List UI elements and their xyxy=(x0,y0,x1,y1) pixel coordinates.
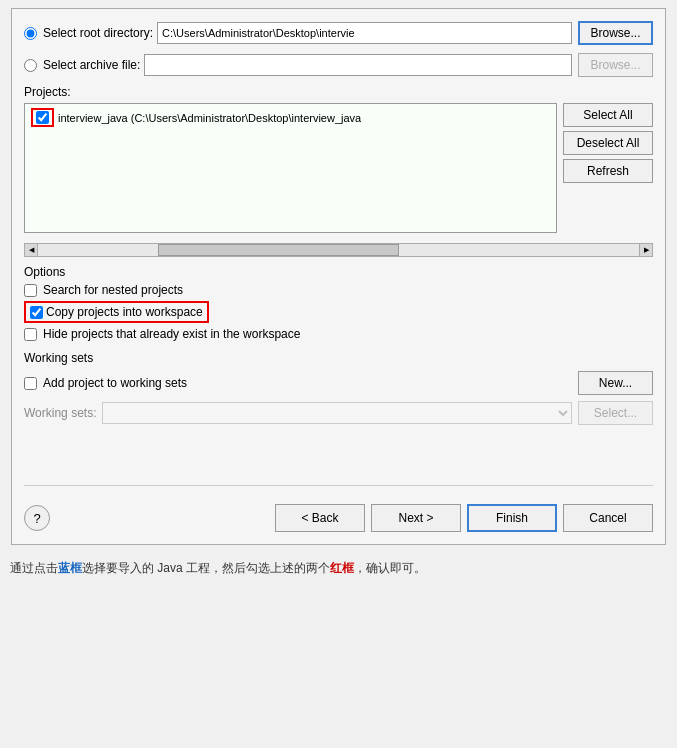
refresh-button[interactable]: Refresh xyxy=(563,159,653,183)
root-dir-row: Select root directory: Browse... xyxy=(24,21,653,45)
archive-row: Select archive file: Browse... xyxy=(24,53,653,77)
import-dialog: Select root directory: Browse... Select … xyxy=(11,8,666,545)
archive-radio[interactable] xyxy=(24,59,37,72)
copy-projects-label: Copy projects into workspace xyxy=(46,305,203,319)
projects-area: interview_java (C:\Users\Administrator\D… xyxy=(24,103,653,233)
project-checkbox[interactable] xyxy=(36,111,49,124)
help-button[interactable]: ? xyxy=(24,505,50,531)
footer-left: ? xyxy=(24,505,50,531)
back-button[interactable]: < Back xyxy=(275,504,365,532)
deselect-all-button[interactable]: Deselect All xyxy=(563,131,653,155)
search-nested-label: Search for nested projects xyxy=(43,283,183,297)
scroll-thumb[interactable] xyxy=(158,244,398,256)
archive-text: Select archive file: xyxy=(43,58,140,72)
options-label: Options xyxy=(24,265,653,279)
cancel-button[interactable]: Cancel xyxy=(563,504,653,532)
projects-list[interactable]: interview_java (C:\Users\Administrator\D… xyxy=(24,103,557,233)
search-nested-row: Search for nested projects xyxy=(24,283,653,297)
root-dir-label[interactable]: Select root directory: xyxy=(24,26,153,40)
footer-right: < Back Next > Finish Cancel xyxy=(275,504,653,532)
working-sets-combo[interactable] xyxy=(102,402,572,424)
project-name: interview_java (C:\Users\Administrator\D… xyxy=(58,112,361,124)
archive-label[interactable]: Select archive file: xyxy=(24,58,140,72)
browse-archive-button: Browse... xyxy=(578,53,653,77)
project-checkbox-highlight xyxy=(31,108,54,127)
scroll-left-arrow[interactable]: ◀ xyxy=(24,243,38,257)
working-sets-section: Working sets Add project to working sets… xyxy=(24,351,653,425)
hide-existing-row: Hide projects that already exist in the … xyxy=(24,327,653,341)
search-nested-checkbox[interactable] xyxy=(24,284,37,297)
working-sets-label: Working sets xyxy=(24,351,653,365)
browse-root-button[interactable]: Browse... xyxy=(578,21,653,45)
table-row[interactable]: interview_java (C:\Users\Administrator\D… xyxy=(27,106,554,129)
projects-buttons: Select All Deselect All Refresh xyxy=(563,103,653,233)
footer-divider xyxy=(24,485,653,486)
bottom-text: 通过点击蓝框选择要导入的 Java 工程，然后勾选上述的两个红框，确认即可。 xyxy=(0,553,677,583)
copy-projects-checkbox[interactable] xyxy=(30,306,43,319)
archive-input[interactable] xyxy=(144,54,572,76)
options-section: Options Search for nested projects Copy … xyxy=(24,265,653,341)
projects-label: Projects: xyxy=(24,85,653,99)
add-working-sets-row: Add project to working sets New... xyxy=(24,371,653,395)
hide-existing-label: Hide projects that already exist in the … xyxy=(43,327,300,341)
new-working-set-button[interactable]: New... xyxy=(578,371,653,395)
copy-projects-highlight: Copy projects into workspace xyxy=(24,301,209,323)
working-sets-combo-row: Working sets: Select... xyxy=(24,401,653,425)
finish-button[interactable]: Finish xyxy=(467,504,557,532)
root-dir-text: Select root directory: xyxy=(43,26,153,40)
horizontal-scrollbar[interactable]: ◀ ▶ xyxy=(24,243,653,257)
select-all-button[interactable]: Select All xyxy=(563,103,653,127)
select-working-set-button: Select... xyxy=(578,401,653,425)
blue-highlight: 蓝框 xyxy=(58,561,82,575)
root-dir-input[interactable] xyxy=(157,22,572,44)
add-to-working-sets-label: Add project to working sets xyxy=(43,376,187,390)
scroll-track[interactable] xyxy=(38,243,639,257)
red-highlight: 红框 xyxy=(330,561,354,575)
hide-existing-checkbox[interactable] xyxy=(24,328,37,341)
add-to-working-sets-checkbox[interactable] xyxy=(24,377,37,390)
scroll-right-arrow[interactable]: ▶ xyxy=(639,243,653,257)
working-sets-combo-label: Working sets: xyxy=(24,406,96,420)
footer: ? < Back Next > Finish Cancel xyxy=(24,496,653,532)
copy-projects-row: Copy projects into workspace xyxy=(24,301,653,323)
next-button[interactable]: Next > xyxy=(371,504,461,532)
root-dir-radio[interactable] xyxy=(24,27,37,40)
